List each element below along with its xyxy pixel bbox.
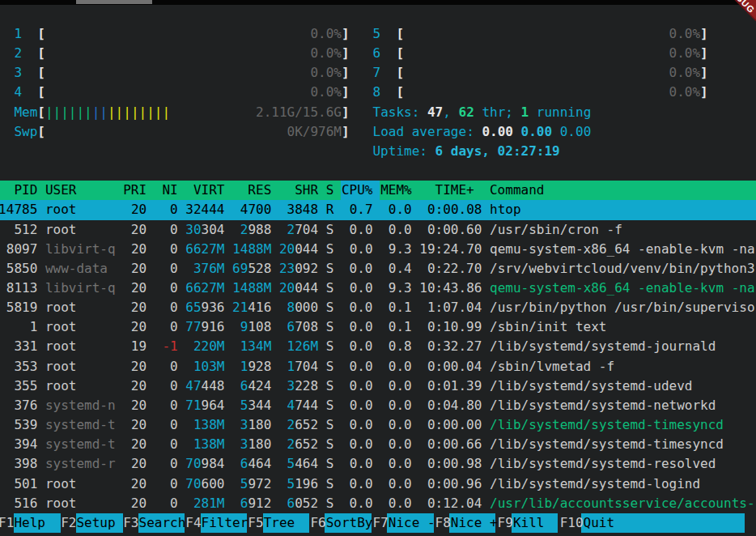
svg-text:DEBUG: DEBUG [724, 0, 756, 15]
